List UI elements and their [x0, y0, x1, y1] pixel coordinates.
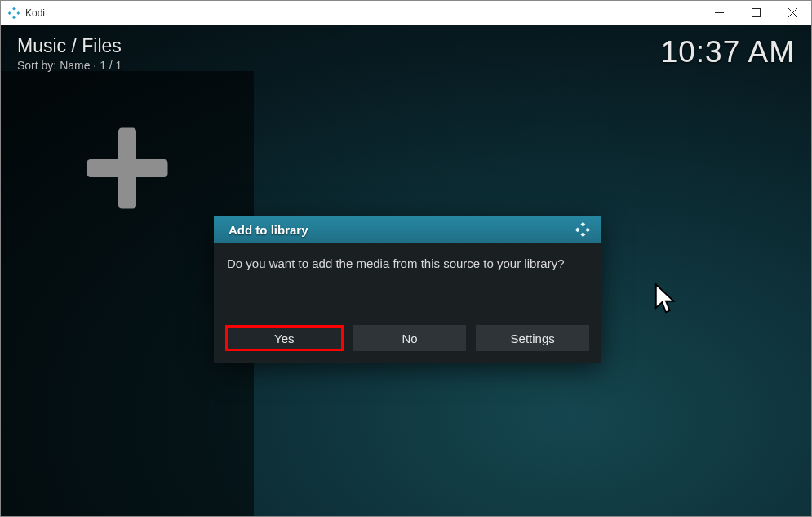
header-left: Music / Files Sort by: Name · 1 / 1 [17, 35, 122, 72]
clock: 10:37 AM [661, 35, 795, 69]
svg-rect-0 [12, 7, 16, 10]
dialog-buttons: Yes No Settings [214, 325, 601, 363]
header-overlay: Music / Files Sort by: Name · 1 / 1 10:3… [17, 35, 795, 72]
svg-rect-9 [87, 159, 168, 177]
svg-rect-12 [585, 227, 590, 232]
cursor-icon [654, 283, 678, 314]
sort-info: Sort by: Name · 1 / 1 [17, 59, 122, 72]
svg-rect-13 [580, 232, 585, 237]
svg-rect-2 [16, 11, 20, 15]
svg-rect-10 [580, 222, 585, 227]
yes-button[interactable]: Yes [225, 325, 344, 351]
settings-button[interactable]: Settings [476, 325, 589, 351]
add-source-tile[interactable] [82, 123, 172, 213]
svg-rect-3 [12, 16, 16, 19]
add-to-library-dialog: Add to library Do you want to add the me… [214, 216, 601, 363]
kodi-logo-icon [7, 7, 20, 20]
app-window: Kodi Music / Files Sort by: Name · 1 / 1… [0, 0, 812, 517]
window-title: Kodi [25, 7, 701, 19]
breadcrumb: Music / Files [17, 35, 122, 57]
kodi-logo-icon [575, 221, 591, 238]
maximize-button[interactable] [738, 1, 774, 25]
svg-rect-1 [8, 11, 11, 15]
no-button[interactable]: No [353, 325, 467, 351]
window-controls [701, 1, 811, 25]
app-content: Music / Files Sort by: Name · 1 / 1 10:3… [1, 25, 811, 516]
svg-rect-5 [752, 9, 761, 17]
titlebar: Kodi [1, 1, 811, 25]
close-button[interactable] [774, 1, 811, 25]
dialog-message: Do you want to add the media from this s… [214, 243, 601, 325]
minimize-button[interactable] [701, 1, 738, 25]
svg-rect-11 [575, 227, 580, 232]
dialog-header: Add to library [214, 216, 601, 243]
dialog-title: Add to library [229, 223, 308, 237]
